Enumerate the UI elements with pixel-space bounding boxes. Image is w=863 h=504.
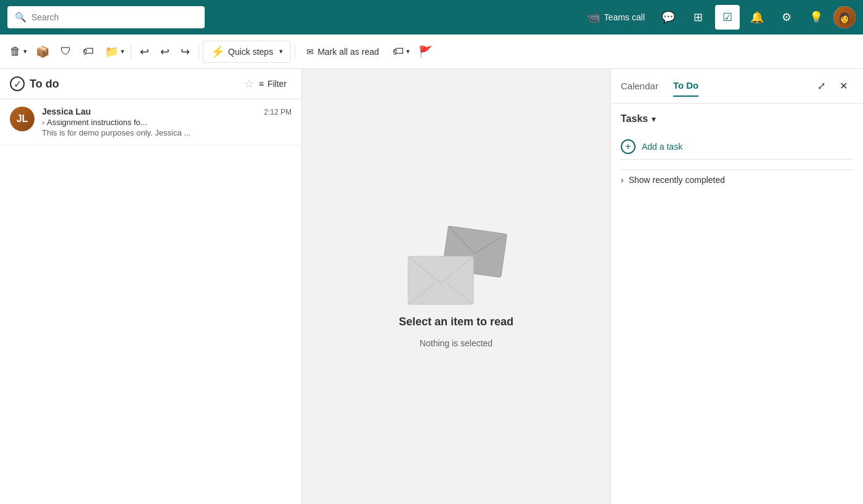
delete-arrow: ▾ (23, 47, 27, 55)
show-completed-chevron-icon: › (621, 175, 624, 185)
separator-1 (131, 44, 131, 59)
chevron-right-icon: › (42, 118, 44, 127)
video-icon: 📹 (587, 10, 600, 24)
tasks-chevron-icon[interactable]: ▾ (652, 114, 656, 124)
separator-3 (295, 44, 295, 59)
chat-icon-button[interactable]: 💬 (656, 5, 681, 30)
chat-icon: 💬 (661, 10, 675, 24)
reply-all-button[interactable]: ↪ (176, 41, 195, 63)
topbar: 🔍 📹 Teams call 💬 ⊞ ☑ 🔔 ⚙ 💡 👩 (0, 0, 863, 35)
bell-icon-button[interactable]: 🔔 (745, 5, 769, 30)
label-icon: 🏷 (83, 45, 94, 58)
email-subject-row: › Assignment instructions fo... (42, 118, 292, 127)
tag-icon: 🏷 (393, 45, 404, 58)
user-avatar-button[interactable]: 👩 (833, 6, 856, 28)
lightning-icon: ⚡ (211, 45, 224, 59)
close-icon-button[interactable]: ✕ (833, 76, 853, 96)
avatar: JL (10, 107, 35, 131)
show-recently-completed-row[interactable]: › Show recently completed (621, 169, 853, 190)
show-completed-label: Show recently completed (629, 175, 725, 185)
move-icon: 📁 (105, 45, 118, 59)
move-button[interactable]: 📁 ▾ (100, 41, 127, 63)
tasks-section-title: Tasks (621, 113, 648, 124)
delete-button[interactable]: 🗑 ▾ (5, 41, 30, 63)
empty-state-subtitle: Nothing is selected (420, 338, 493, 348)
add-task-plus-icon: + (621, 139, 636, 154)
separator-2 (198, 44, 199, 59)
email-subject: Assignment instructions fo... (47, 118, 147, 127)
email-time: 2:12 PM (264, 108, 292, 116)
star-icon[interactable]: ☆ (244, 77, 254, 91)
tab-todo[interactable]: To Do (673, 75, 698, 97)
email-sender: Jessica Lau (42, 107, 91, 116)
filter-icon: ≡ (259, 79, 264, 89)
lightbulb-icon-button[interactable]: 💡 (804, 5, 828, 30)
search-input[interactable] (31, 12, 197, 22)
mail-panel: ✓ To do ☆ ≡ Filter JL Jessica Lau 2:12 P… (0, 69, 302, 504)
reply-icon: ↩ (160, 45, 170, 59)
email-item[interactable]: JL Jessica Lau 2:12 PM › Assignment inst… (0, 99, 301, 145)
toolbar: 🗑 ▾ 📦 🛡 🏷 📁 ▾ ↩ ↩ ↪ ⚡ Quick steps ▾ ✉ Ma… (0, 35, 863, 69)
todo-body: Tasks ▾ + Add a task › Show recently com… (611, 104, 863, 504)
empty-state: Select an item to read Nothing is select… (399, 226, 513, 348)
email-content: Jessica Lau 2:12 PM › Assignment instruc… (42, 107, 292, 137)
quick-steps-button[interactable]: ⚡ Quick steps ▾ (203, 41, 291, 63)
search-icon: 🔍 (15, 12, 27, 23)
flag-button[interactable]: 🚩 (414, 41, 437, 63)
archive-button[interactable]: 📦 (31, 41, 54, 63)
delete-icon: 🗑 (10, 45, 21, 58)
undo-button[interactable]: ↩ (135, 41, 154, 63)
folder-check-icon[interactable]: ✓ (10, 76, 25, 91)
gear-icon: ⚙ (782, 10, 791, 24)
envelope-icon: ✉ (306, 47, 314, 57)
todo-icon: ☑ (722, 10, 732, 24)
label-button[interactable]: 🏷 (78, 41, 99, 63)
teams-call-label: Teams call (604, 12, 645, 22)
bell-icon: 🔔 (750, 10, 764, 24)
todo-panel-header: Calendar To Do ⤢ ✕ (611, 69, 863, 104)
add-task-label: Add a task (642, 142, 682, 152)
close-icon: ✕ (840, 80, 848, 92)
tasks-header: Tasks ▾ (621, 113, 853, 124)
filter-label: Filter (268, 79, 287, 89)
teams-call-button[interactable]: 📹 Teams call (581, 7, 651, 28)
quick-steps-chevron: ▾ (279, 47, 283, 55)
tag-button[interactable]: 🏷 ▾ (388, 41, 412, 63)
archive-icon: 📦 (36, 45, 49, 59)
mark-all-read-label: Mark all as read (317, 47, 379, 57)
expand-icon-button[interactable]: ⤢ (811, 76, 831, 96)
filter-button[interactable]: ≡ Filter (254, 76, 292, 91)
todo-panel: Calendar To Do ⤢ ✕ Tasks ▾ + Add a task (610, 69, 863, 504)
search-box[interactable]: 🔍 (7, 6, 205, 28)
main-layout: ✓ To do ☆ ≡ Filter JL Jessica Lau 2:12 P… (0, 69, 863, 504)
mail-panel-header: ✓ To do ☆ ≡ Filter (0, 69, 301, 99)
reading-pane: Select an item to read Nothing is select… (302, 69, 610, 504)
lightbulb-icon: 💡 (809, 10, 823, 24)
sweep-icon: 🛡 (60, 45, 72, 58)
tag-arrow: ▾ (406, 47, 410, 55)
flag-icon: 🚩 (419, 45, 432, 59)
sweep-button[interactable]: 🛡 (55, 41, 76, 63)
undo-icon: ↩ (140, 45, 149, 59)
folder-title: To do (30, 78, 239, 91)
quick-steps-label: Quick steps (228, 47, 273, 57)
envelope-illustration (407, 226, 505, 306)
add-task-row[interactable]: + Add a task (621, 134, 853, 160)
email-header-row: Jessica Lau 2:12 PM (42, 107, 292, 116)
mark-all-read-button[interactable]: ✉ Mark all as read (299, 43, 387, 60)
tab-calendar[interactable]: Calendar (621, 76, 658, 96)
apps-icon: ⊞ (693, 10, 703, 24)
todo-panel-actions: ⤢ ✕ (811, 76, 853, 96)
expand-icon: ⤢ (817, 80, 825, 92)
avatar: 👩 (833, 6, 856, 28)
reply-button[interactable]: ↩ (155, 41, 174, 63)
email-preview: This is for demo purposes only. Jessica … (42, 128, 292, 137)
settings-icon-button[interactable]: ⚙ (774, 5, 799, 30)
envelope-front-svg (407, 255, 475, 306)
empty-state-title: Select an item to read (399, 315, 513, 328)
reply-all-icon: ↪ (181, 45, 190, 59)
move-arrow: ▾ (121, 47, 125, 55)
todo-icon-button[interactable]: ☑ (715, 5, 740, 30)
apps-icon-button[interactable]: ⊞ (685, 5, 710, 30)
